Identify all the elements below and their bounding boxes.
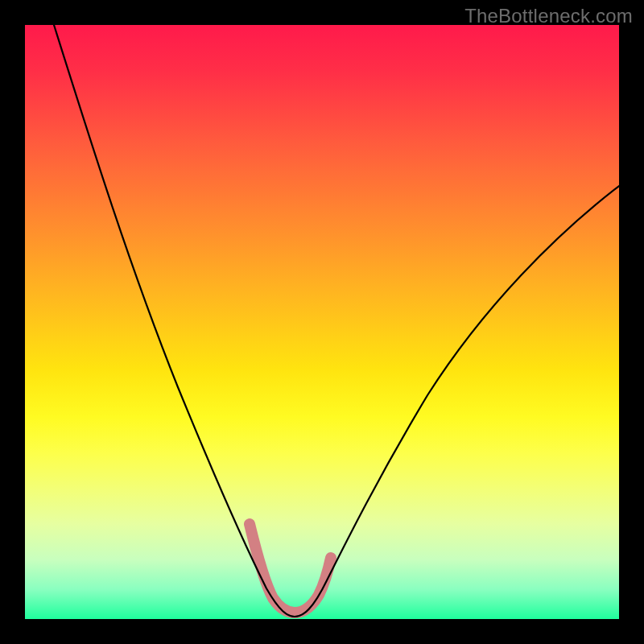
curve-layer (25, 25, 619, 619)
plot-area (25, 25, 619, 619)
curve-highlight (250, 524, 331, 613)
watermark-text: TheBottleneck.com (464, 5, 633, 27)
bottleneck-curve (54, 25, 619, 617)
chart-frame: TheBottleneck.com (0, 0, 644, 644)
